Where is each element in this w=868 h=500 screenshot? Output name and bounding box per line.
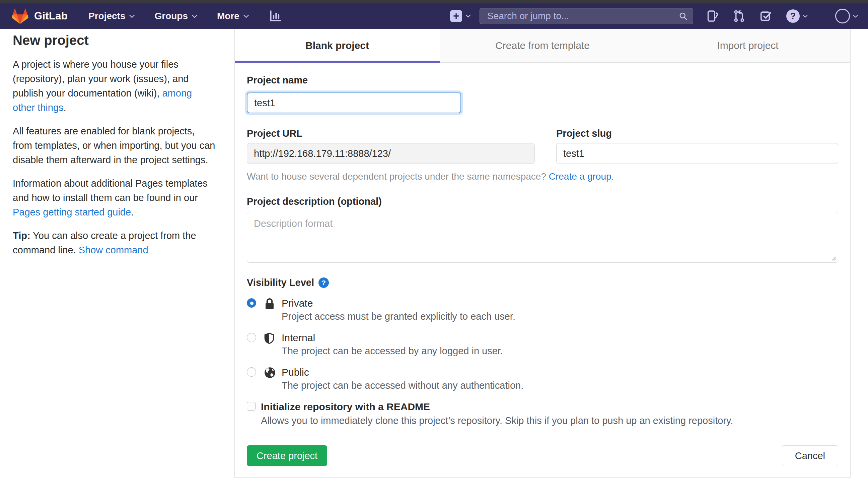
features-paragraph: All features are enabled for blank proje… [13, 124, 216, 167]
nav-projects-label: Projects [89, 11, 126, 21]
tab-create-from-template[interactable]: Create from template [440, 29, 645, 62]
project-url-field: Project URL [247, 129, 535, 164]
analytics-chart-icon[interactable] [269, 9, 282, 23]
option-name: Public [282, 366, 838, 378]
tip-paragraph: Tip: You can also create a project from … [13, 229, 216, 257]
chevron-down-icon [853, 15, 858, 18]
help-dropdown[interactable]: ? [786, 9, 808, 23]
option-text: Internal The project can be accessed by … [282, 332, 838, 357]
visibility-option-internal: Internal The project can be accessed by … [247, 332, 838, 357]
tab-label: Import project [717, 40, 778, 51]
visibility-header: Visibility Level ? [247, 277, 838, 288]
radio-public[interactable] [247, 367, 256, 377]
pages-guide-link[interactable]: Pages getting started guide [13, 207, 131, 217]
intro-paragraph: A project is where you house your files … [13, 57, 216, 115]
namespace-hint: Want to house several dependent projects… [247, 171, 838, 182]
tab-bar: Blank project Create from template Impor… [235, 29, 850, 62]
option-name: Internal [282, 332, 838, 344]
nav-groups[interactable]: Groups [154, 11, 198, 21]
description-textarea-wrap [247, 212, 838, 263]
project-slug-field: Project slug [556, 129, 838, 164]
new-item-dropdown[interactable]: + [450, 10, 471, 22]
project-description-label: Project description (optional) [247, 197, 838, 206]
merge-requests-icon[interactable] [733, 9, 746, 23]
option-text: Public The project can be accessed witho… [282, 366, 838, 391]
option-desc: The project can be accessed by any logge… [282, 345, 838, 357]
tab-label: Blank project [305, 40, 369, 51]
visibility-option-private: Private Project access must be granted e… [247, 297, 838, 322]
tab-import-project[interactable]: Import project [645, 29, 850, 62]
project-slug-label: Project slug [556, 129, 838, 138]
pages-text-end: . [131, 207, 133, 217]
navbar-right: + ? [450, 8, 858, 24]
chevron-down-icon [191, 14, 198, 18]
radio-private[interactable] [247, 298, 256, 308]
option-text: Private Project access must be granted e… [282, 297, 838, 322]
new-project-form: Project name Project URL Project slug Wa… [235, 76, 850, 466]
cancel-button[interactable]: Cancel [782, 445, 838, 466]
plus-icon: + [450, 10, 462, 22]
sidebar: New project A project is where you house… [13, 29, 216, 257]
browser-chrome-strip [0, 0, 868, 3]
chevron-down-icon [803, 15, 808, 18]
gitlab-tanuki-icon [11, 8, 29, 24]
project-description-textarea[interactable] [247, 212, 838, 263]
todos-icon[interactable] [760, 10, 772, 22]
search-box [480, 8, 693, 24]
lock-icon [263, 297, 282, 322]
nav-groups-label: Groups [154, 11, 188, 21]
nav-more[interactable]: More [217, 11, 249, 21]
readme-label: Initialize repository with a README [261, 401, 733, 413]
shield-icon [263, 332, 282, 357]
top-navbar: GitLab Projects Groups More + [0, 3, 868, 29]
show-command-link[interactable]: Show command [79, 245, 148, 255]
url-slug-row: Project URL Project slug [247, 129, 838, 164]
chevron-down-icon [243, 14, 249, 18]
create-project-button[interactable]: Create project [247, 445, 327, 466]
search-icon [679, 12, 688, 21]
option-desc: The project can be accessed without any … [282, 379, 838, 391]
issues-icon[interactable] [707, 9, 719, 23]
project-slug-input[interactable] [556, 143, 838, 164]
globe-icon [263, 366, 282, 391]
chevron-down-icon [129, 14, 135, 18]
radio-internal[interactable] [247, 333, 256, 342]
tab-label: Create from template [495, 40, 590, 51]
pages-paragraph: Information about additional Pages templ… [13, 176, 216, 219]
screen: GitLab Projects Groups More + [0, 0, 868, 500]
readme-checkbox[interactable] [247, 402, 256, 410]
main-menu: Projects Groups More [89, 9, 282, 23]
project-url-label: Project URL [247, 129, 535, 138]
visibility-help-icon[interactable]: ? [318, 277, 329, 288]
visibility-options: Private Project access must be granted e… [247, 297, 838, 391]
form-actions: Create project Cancel [247, 445, 838, 466]
resize-handle-icon[interactable] [832, 256, 836, 261]
navbar-icon-cluster: ? [707, 9, 858, 23]
user-menu[interactable] [835, 9, 858, 23]
intro-text-end: . [63, 102, 66, 113]
namespace-hint-text: Want to house several dependent projects… [247, 171, 549, 182]
search-input[interactable] [480, 8, 693, 24]
chevron-down-icon [466, 14, 471, 18]
nav-more-label: More [217, 11, 239, 21]
tab-blank-project[interactable]: Blank project [235, 29, 440, 62]
visibility-level-label: Visibility Level [247, 278, 314, 287]
help-icon: ? [786, 9, 800, 23]
tip-bold: Tip: [13, 230, 31, 241]
page-title: New project [13, 32, 216, 48]
readme-option: Initialize repository with a README Allo… [247, 401, 838, 427]
project-name-label: Project name [247, 76, 838, 85]
project-name-input[interactable] [247, 92, 461, 113]
readme-text: Initialize repository with a README Allo… [261, 401, 733, 427]
create-group-link[interactable]: Create a group. [549, 171, 614, 182]
option-desc: Project access must be granted explicitl… [282, 310, 838, 322]
visibility-option-public: Public The project can be accessed witho… [247, 366, 838, 391]
gitlab-home-link[interactable]: GitLab [11, 8, 68, 24]
option-name: Private [282, 297, 838, 309]
new-project-panel: Blank project Create from template Impor… [234, 29, 851, 478]
project-url-input[interactable] [247, 143, 535, 164]
nav-projects[interactable]: Projects [89, 11, 135, 21]
readme-desc: Allows you to immediately clone this pro… [261, 414, 733, 427]
pages-text: Information about additional Pages templ… [13, 178, 208, 203]
brand-name: GitLab [34, 10, 68, 22]
